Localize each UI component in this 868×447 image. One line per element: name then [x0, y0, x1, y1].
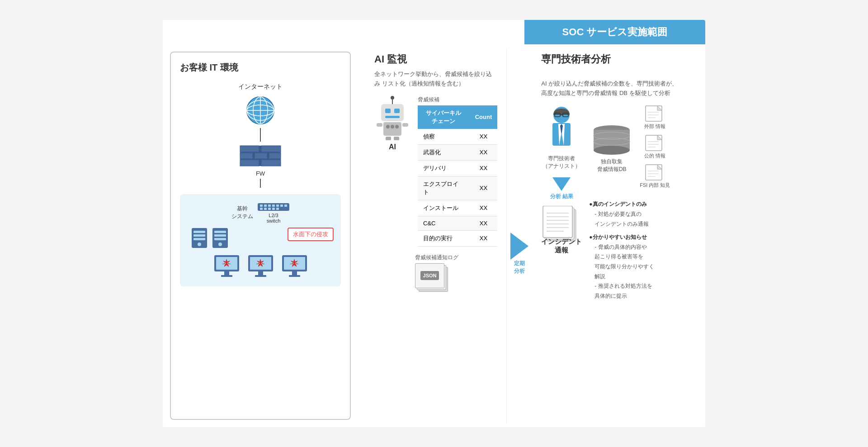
incident-title: インシデント 通報	[541, 238, 582, 255]
arrow-right	[510, 233, 528, 260]
svg-point-75	[395, 125, 399, 128]
svg-rect-13	[261, 160, 281, 166]
svg-rect-48	[258, 271, 263, 275]
doc-1: 外部 情報	[640, 105, 670, 130]
fw-label: FW	[256, 170, 265, 177]
switch-label: L2/3switch	[267, 213, 281, 224]
doc-icon-3	[645, 164, 665, 181]
system-label: 基幹 システム	[231, 205, 253, 220]
switch-icon	[258, 201, 289, 213]
svg-rect-24	[268, 208, 271, 210]
internet-label: インターネット	[238, 83, 283, 91]
svg-rect-71	[377, 123, 382, 127]
threat-row-count-1: XX	[470, 144, 498, 160]
analysis-result-arrow: 分析 結果	[550, 176, 573, 200]
svg-rect-10	[255, 153, 267, 159]
svg-rect-23	[264, 208, 267, 210]
doc3-label: FSI 内部 知見	[640, 182, 670, 189]
threat-row-chain-5: C&C	[418, 216, 470, 230]
expert-person-icon	[541, 105, 582, 155]
server-icon-2	[212, 227, 229, 249]
svg-rect-26	[276, 208, 279, 210]
doc-icon-1	[645, 105, 665, 122]
doc-3: FSI 内部 知見	[640, 164, 670, 189]
threat-row-chain-0: 偵察	[418, 129, 470, 145]
svg-rect-33	[214, 231, 226, 233]
threat-row-chain-4: インストール	[418, 200, 470, 216]
network-diagram: インターネット	[180, 83, 341, 286]
svg-rect-67	[385, 109, 391, 113]
ai-panel-title: AI 監視	[374, 52, 497, 66]
malware-computer-2	[246, 254, 275, 279]
incident-report-icon	[541, 206, 582, 242]
svg-rect-28	[193, 231, 205, 233]
svg-rect-8	[261, 146, 281, 152]
expert-left-col: 専門技術者 （アナリスト） 分析 結果	[541, 105, 582, 301]
attack-badge: 水面下の侵攻	[288, 228, 334, 241]
svg-point-63	[296, 263, 297, 264]
svg-rect-68	[394, 109, 400, 113]
svg-rect-15	[260, 204, 263, 207]
svg-rect-35	[214, 238, 226, 240]
malware-computer-1	[212, 254, 241, 279]
threat-row-count-3: XX	[470, 176, 498, 200]
svg-point-73	[386, 125, 390, 128]
expert-label: 専門技術者 （アナリスト）	[542, 155, 580, 170]
threat-row-chain-1: 武器化	[418, 144, 470, 160]
svg-rect-11	[269, 153, 281, 159]
db-label: 独自取集 脅威情報DB	[597, 158, 627, 173]
info-bullets: ●真のインシデントのみ - 対処が必要な真の インシデントのみ通報 ●分かりやす…	[589, 196, 689, 301]
svg-rect-7	[240, 146, 259, 152]
doc-icon-2	[645, 134, 665, 152]
svg-rect-25	[272, 208, 275, 210]
table-header-count: Count	[470, 105, 498, 129]
ai-robot-icon	[374, 96, 410, 141]
bullet1-header: ●真のインシデントのみ	[589, 200, 689, 209]
svg-rect-58	[289, 275, 300, 277]
expert-right-col: 独自取集 脅威情報DB	[589, 105, 689, 301]
doc2-label: 公的 情報	[644, 152, 665, 159]
right-area: AI 監視 全ネットワーク挙動から、脅威候補を絞り込み リスト化（過検知情報を含…	[358, 44, 705, 427]
threat-row-count-2: XX	[470, 160, 498, 176]
svg-rect-34	[214, 234, 226, 237]
expert-panel: 専門技術者分析 AI が絞り込んだ脅威候補の全数を、専門技術者が、 高度な知識と…	[532, 48, 698, 423]
ai-robot-label: AI	[389, 143, 396, 151]
svg-rect-49	[255, 275, 266, 277]
threat-row-chain-6: 目的の実行	[418, 230, 470, 246]
bullet2-sub2: 起こり得る被害等を	[589, 252, 689, 262]
svg-point-74	[391, 125, 394, 128]
svg-rect-16	[264, 204, 267, 207]
svg-rect-66	[381, 104, 404, 121]
svg-rect-70	[383, 122, 401, 136]
threat-row-count-6: XX	[470, 230, 498, 246]
threat-row-chain-3: エクスプロイト	[418, 176, 470, 200]
bullet2-sub1: - 脅威の具体的内容や	[589, 243, 689, 252]
threat-label: 脅威候補	[418, 96, 497, 104]
svg-rect-29	[193, 234, 205, 237]
svg-point-65	[391, 96, 394, 100]
svg-point-62	[292, 263, 293, 264]
analysis-result-label: 分析 結果	[550, 193, 573, 200]
threat-row-chain-2: デリバリ	[418, 160, 470, 176]
svg-rect-17	[268, 204, 271, 207]
arrow-container: 定期分析	[507, 84, 532, 423]
svg-rect-57	[292, 271, 297, 275]
ai-panel-desc: 全ネットワーク挙動から、脅威候補を絞り込み リスト化（過検知情報を含む）	[374, 70, 497, 89]
bullet2-header: ●分かりやすいお知らせ	[589, 233, 689, 243]
right-panels: AI 監視 全ネットワーク挙動から、脅威候補を絞り込み リスト化（過検知情報を含…	[365, 48, 698, 423]
threat-db-icon	[589, 121, 634, 157]
bullet2-sub4: 解説	[589, 272, 689, 282]
doc1-label: 外部 情報	[644, 123, 665, 130]
svg-point-54	[262, 263, 263, 264]
svg-rect-20	[280, 204, 283, 207]
svg-rect-40	[221, 275, 232, 277]
svg-rect-77	[394, 137, 399, 140]
bullet1-sub2: インシデントのみ通報	[589, 219, 689, 229]
threat-row-count-0: XX	[470, 129, 498, 145]
threat-row-count-4: XX	[470, 200, 498, 216]
json-label: 脅威候補通知ログ	[415, 254, 458, 262]
threat-row-count-5: XX	[470, 216, 498, 230]
svg-rect-9	[240, 153, 253, 159]
svg-rect-76	[386, 137, 391, 140]
json-area: 脅威候補通知ログ JSON	[374, 254, 497, 293]
